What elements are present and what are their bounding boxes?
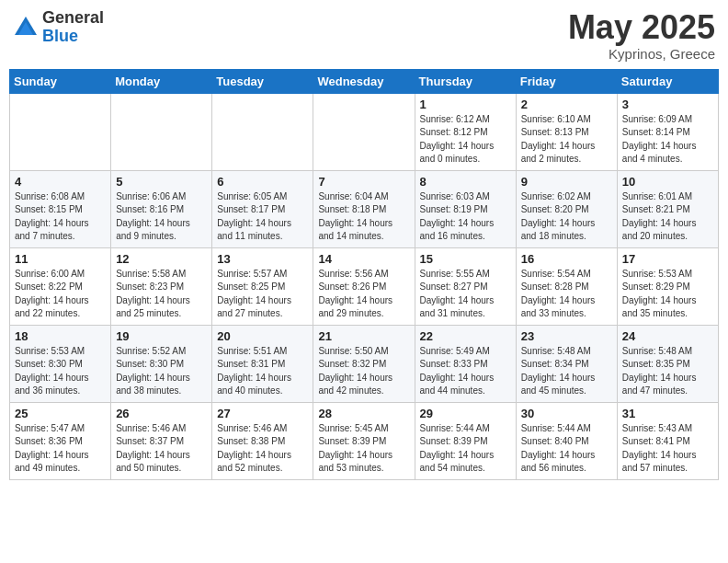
day-number: 15 [420,252,511,266]
calendar-cell: 15Sunrise: 5:55 AM Sunset: 8:27 PM Dayli… [415,247,516,325]
logo-icon [13,15,39,40]
day-content: Sunrise: 5:47 AM Sunset: 8:36 PM Dayligh… [15,422,106,476]
day-number: 1 [420,98,511,111]
calendar-cell: 13Sunrise: 5:57 AM Sunset: 8:25 PM Dayli… [212,247,313,325]
day-content: Sunrise: 6:09 AM Sunset: 8:14 PM Dayligh… [622,113,713,167]
day-number: 2 [521,98,612,111]
day-content: Sunrise: 6:00 AM Sunset: 8:22 PM Dayligh… [15,268,106,321]
day-number: 9 [521,175,612,189]
day-content: Sunrise: 6:08 AM Sunset: 8:15 PM Dayligh… [15,190,106,244]
logo: General Blue [13,9,104,46]
calendar-cell [212,93,313,170]
day-header-friday: Friday [516,69,617,93]
day-content: Sunrise: 5:52 AM Sunset: 8:30 PM Dayligh… [116,345,207,398]
day-content: Sunrise: 5:49 AM Sunset: 8:33 PM Dayligh… [420,345,511,398]
day-content: Sunrise: 6:10 AM Sunset: 8:13 PM Dayligh… [521,113,612,167]
day-content: Sunrise: 5:48 AM Sunset: 8:35 PM Dayligh… [622,345,713,398]
day-number: 17 [622,252,713,266]
day-number: 10 [622,175,713,189]
day-content: Sunrise: 5:57 AM Sunset: 8:25 PM Dayligh… [217,268,308,321]
calendar-cell: 10Sunrise: 6:01 AM Sunset: 8:21 PM Dayli… [617,170,718,247]
calendar-cell: 4Sunrise: 6:08 AM Sunset: 8:15 PM Daylig… [10,170,111,247]
day-number: 5 [116,175,207,189]
calendar-cell: 8Sunrise: 6:03 AM Sunset: 8:19 PM Daylig… [415,170,516,247]
day-number: 27 [217,407,308,420]
calendar-cell: 11Sunrise: 6:00 AM Sunset: 8:22 PM Dayli… [10,247,111,325]
day-number: 18 [15,329,106,343]
day-number: 24 [622,329,713,343]
day-number: 6 [217,175,308,189]
logo-text: General Blue [42,9,104,46]
day-content: Sunrise: 6:01 AM Sunset: 8:21 PM Dayligh… [622,190,713,244]
day-content: Sunrise: 5:54 AM Sunset: 8:28 PM Dayligh… [521,268,612,321]
calendar-cell: 21Sunrise: 5:50 AM Sunset: 8:32 PM Dayli… [313,325,415,402]
calendar-cell: 12Sunrise: 5:58 AM Sunset: 8:23 PM Dayli… [111,247,212,325]
calendar-cell: 2Sunrise: 6:10 AM Sunset: 8:13 PM Daylig… [516,93,617,170]
day-number: 30 [521,407,612,420]
month-year-title: May 2025 [568,9,715,46]
calendar-header-row: SundayMondayTuesdayWednesdayThursdayFrid… [10,69,719,93]
calendar-cell: 16Sunrise: 5:54 AM Sunset: 8:28 PM Dayli… [516,247,617,325]
calendar-cell: 7Sunrise: 6:04 AM Sunset: 8:18 PM Daylig… [313,170,415,247]
calendar-cell: 30Sunrise: 5:44 AM Sunset: 8:40 PM Dayli… [516,402,617,479]
day-number: 16 [521,252,612,266]
calendar-cell: 25Sunrise: 5:47 AM Sunset: 8:36 PM Dayli… [10,402,111,479]
day-number: 14 [318,252,409,266]
page-header: General Blue May 2025 Kyprinos, Greece [9,9,719,62]
day-content: Sunrise: 5:53 AM Sunset: 8:30 PM Dayligh… [15,345,106,398]
day-number: 7 [318,175,409,189]
location-subtitle: Kyprinos, Greece [568,46,715,62]
day-header-wednesday: Wednesday [313,69,415,93]
day-content: Sunrise: 5:58 AM Sunset: 8:23 PM Dayligh… [116,268,207,321]
calendar-cell: 18Sunrise: 5:53 AM Sunset: 8:30 PM Dayli… [10,325,111,402]
title-block: May 2025 Kyprinos, Greece [568,9,715,62]
calendar-cell [111,93,212,170]
day-content: Sunrise: 5:56 AM Sunset: 8:26 PM Dayligh… [318,268,409,321]
calendar-cell: 1Sunrise: 6:12 AM Sunset: 8:12 PM Daylig… [415,93,516,170]
logo-blue: Blue [42,28,104,46]
calendar-cell: 27Sunrise: 5:46 AM Sunset: 8:38 PM Dayli… [212,402,313,479]
calendar-cell: 20Sunrise: 5:51 AM Sunset: 8:31 PM Dayli… [212,325,313,402]
calendar-table: SundayMondayTuesdayWednesdayThursdayFrid… [9,69,719,480]
calendar-cell: 9Sunrise: 6:02 AM Sunset: 8:20 PM Daylig… [516,170,617,247]
day-number: 8 [420,175,511,189]
day-number: 25 [15,407,106,420]
calendar-cell: 29Sunrise: 5:44 AM Sunset: 8:39 PM Dayli… [415,402,516,479]
day-content: Sunrise: 6:05 AM Sunset: 8:17 PM Dayligh… [217,190,308,244]
day-number: 12 [116,252,207,266]
calendar-week-row: 18Sunrise: 5:53 AM Sunset: 8:30 PM Dayli… [10,325,719,402]
calendar-cell: 23Sunrise: 5:48 AM Sunset: 8:34 PM Dayli… [516,325,617,402]
day-number: 3 [622,98,713,111]
calendar-cell: 22Sunrise: 5:49 AM Sunset: 8:33 PM Dayli… [415,325,516,402]
day-number: 23 [521,329,612,343]
day-content: Sunrise: 5:44 AM Sunset: 8:39 PM Dayligh… [420,422,511,476]
day-content: Sunrise: 6:04 AM Sunset: 8:18 PM Dayligh… [318,190,409,244]
day-number: 26 [116,407,207,420]
day-content: Sunrise: 5:45 AM Sunset: 8:39 PM Dayligh… [318,422,409,476]
day-header-tuesday: Tuesday [212,69,313,93]
day-content: Sunrise: 5:51 AM Sunset: 8:31 PM Dayligh… [217,345,308,398]
day-content: Sunrise: 6:06 AM Sunset: 8:16 PM Dayligh… [116,190,207,244]
calendar-week-row: 11Sunrise: 6:00 AM Sunset: 8:22 PM Dayli… [10,247,719,325]
calendar-cell: 19Sunrise: 5:52 AM Sunset: 8:30 PM Dayli… [111,325,212,402]
calendar-cell: 24Sunrise: 5:48 AM Sunset: 8:35 PM Dayli… [617,325,718,402]
day-number: 22 [420,329,511,343]
day-header-saturday: Saturday [617,69,718,93]
logo-general: General [42,9,104,28]
day-number: 13 [217,252,308,266]
day-header-sunday: Sunday [10,69,111,93]
day-number: 19 [116,329,207,343]
day-content: Sunrise: 5:46 AM Sunset: 8:38 PM Dayligh… [217,422,308,476]
day-content: Sunrise: 6:03 AM Sunset: 8:19 PM Dayligh… [420,190,511,244]
calendar-cell: 14Sunrise: 5:56 AM Sunset: 8:26 PM Dayli… [313,247,415,325]
day-content: Sunrise: 5:55 AM Sunset: 8:27 PM Dayligh… [420,268,511,321]
day-content: Sunrise: 6:12 AM Sunset: 8:12 PM Dayligh… [420,113,511,167]
day-content: Sunrise: 6:02 AM Sunset: 8:20 PM Dayligh… [521,190,612,244]
calendar-week-row: 1Sunrise: 6:12 AM Sunset: 8:12 PM Daylig… [10,93,719,170]
calendar-cell [10,93,111,170]
day-content: Sunrise: 5:48 AM Sunset: 8:34 PM Dayligh… [521,345,612,398]
calendar-cell: 26Sunrise: 5:46 AM Sunset: 8:37 PM Dayli… [111,402,212,479]
day-content: Sunrise: 5:46 AM Sunset: 8:37 PM Dayligh… [116,422,207,476]
calendar-cell: 5Sunrise: 6:06 AM Sunset: 8:16 PM Daylig… [111,170,212,247]
day-number: 4 [15,175,106,189]
